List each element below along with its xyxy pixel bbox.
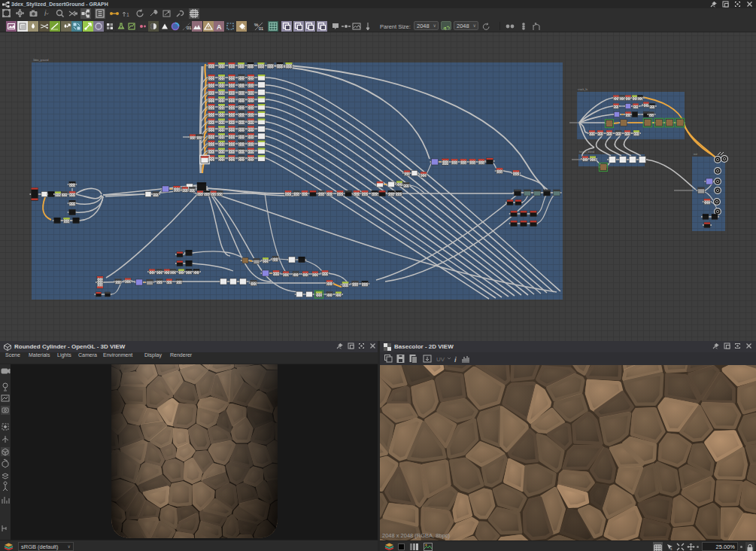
svg-text:out: out <box>694 153 697 156</box>
svg-text:height_blend: height_blend <box>579 151 594 154</box>
svg-text:UV: UV <box>436 356 445 363</box>
svg-text:s: s <box>670 546 673 551</box>
svg-text:A: A <box>217 23 222 31</box>
svg-text:3dex_ground: 3dex_ground <box>33 59 48 62</box>
svg-text:1: 1 <box>126 12 129 17</box>
svg-text:i: i <box>454 355 457 364</box>
svg-text:01: 01 <box>187 26 192 30</box>
svg-text:crack_fx: crack_fx <box>578 88 587 91</box>
svg-text:01: 01 <box>259 26 263 31</box>
